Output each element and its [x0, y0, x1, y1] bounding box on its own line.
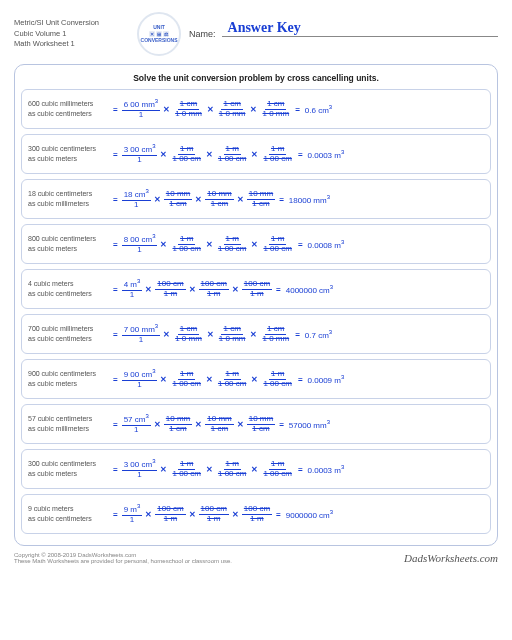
- equation: =9 00 cm31✕1 m1 00 cm✕1 m1 00 cm✕1 m1 00…: [110, 368, 484, 389]
- header: Metric/SI Unit Conversion Cubic Volume 1…: [14, 12, 498, 56]
- meta-line-3: Math Worksheet 1: [14, 39, 129, 50]
- worksheet-meta: Metric/SI Unit Conversion Cubic Volume 1…: [14, 18, 129, 50]
- equation: =8 00 cm31✕1 m1 00 cm✕1 m1 00 cm✕1 m1 00…: [110, 233, 484, 254]
- problem-row: 4 cubic metersas cubic centimeters=4 m31…: [21, 269, 491, 309]
- name-field: Name: Answer Key: [189, 29, 498, 39]
- equation: =9 m31✕100 cm1 m✕100 cm1 m✕100 cm1 m=900…: [110, 503, 484, 524]
- problem-text: 57 cubic centimetersas cubic millimeters: [28, 414, 110, 435]
- footer-note: These Math Worksheets are provided for p…: [14, 558, 232, 564]
- problem-row: 800 cubic centimetersas cubic meters=8 0…: [21, 224, 491, 264]
- problem-text: 800 cubic centimetersas cubic meters: [28, 234, 110, 255]
- problem-text: 4 cubic metersas cubic centimeters: [28, 279, 110, 300]
- instruction: Solve the unit conversion problem by cro…: [21, 73, 491, 83]
- problem-text: 900 cubic centimetersas cubic meters: [28, 369, 110, 390]
- problem-text: 300 cubic centimetersas cubic meters: [28, 459, 110, 480]
- name-label: Name:: [189, 29, 216, 39]
- answer-key-text: Answer Key: [228, 20, 301, 36]
- problem-text: 18 cubic centimetersas cubic millimeters: [28, 189, 110, 210]
- problem-row: 300 cubic centimetersas cubic meters=3 0…: [21, 134, 491, 174]
- problem-row: 18 cubic centimetersas cubic millimeters…: [21, 179, 491, 219]
- footer-left: Copyright © 2008-2019 DadsWorksheets.com…: [14, 552, 232, 564]
- equation: =57 cm31✕10 mm1 cm✕10 mm1 cm✕10 mm1 cm=5…: [110, 413, 484, 434]
- logo-icon: UNIT ✕⊞⚖ CONVERSIONS: [137, 12, 181, 56]
- name-line: Answer Key: [222, 36, 498, 37]
- equation: =3 00 cm31✕1 m1 00 cm✕1 m1 00 cm✕1 m1 00…: [110, 143, 484, 164]
- problem-row: 600 cubic millimetersas cubic centimeter…: [21, 89, 491, 129]
- equation: =6 00 mm31✕1 cm1 0 mm✕1 cm1 0 mm✕1 cm1 0…: [110, 98, 484, 119]
- problem-text: 700 cubic millimetersas cubic centimeter…: [28, 324, 110, 345]
- problem-row: 700 cubic millimetersas cubic centimeter…: [21, 314, 491, 354]
- problem-row: 900 cubic centimetersas cubic meters=9 0…: [21, 359, 491, 399]
- meta-line-1: Metric/SI Unit Conversion: [14, 18, 129, 29]
- problem-row: 300 cubic centimetersas cubic meters=3 0…: [21, 449, 491, 489]
- meta-line-2: Cubic Volume 1: [14, 29, 129, 40]
- problem-row: 57 cubic centimetersas cubic millimeters…: [21, 404, 491, 444]
- problem-row: 9 cubic metersas cubic centimeters=9 m31…: [21, 494, 491, 534]
- footer: Copyright © 2008-2019 DadsWorksheets.com…: [14, 552, 498, 564]
- problem-text: 600 cubic millimetersas cubic centimeter…: [28, 99, 110, 120]
- equation: =3 00 cm31✕1 m1 00 cm✕1 m1 00 cm✕1 m1 00…: [110, 458, 484, 479]
- equation: =4 m31✕100 cm1 m✕100 cm1 m✕100 cm1 m=400…: [110, 278, 484, 299]
- equation: =7 00 mm31✕1 cm1 0 mm✕1 cm1 0 mm✕1 cm1 0…: [110, 323, 484, 344]
- problem-text: 9 cubic metersas cubic centimeters: [28, 504, 110, 525]
- problem-text: 300 cubic centimetersas cubic meters: [28, 144, 110, 165]
- equation: =18 cm31✕10 mm1 cm✕10 mm1 cm✕10 mm1 cm=1…: [110, 188, 484, 209]
- footer-brand: DadsWorksheets.com: [404, 552, 498, 564]
- worksheet-frame: Solve the unit conversion problem by cro…: [14, 64, 498, 546]
